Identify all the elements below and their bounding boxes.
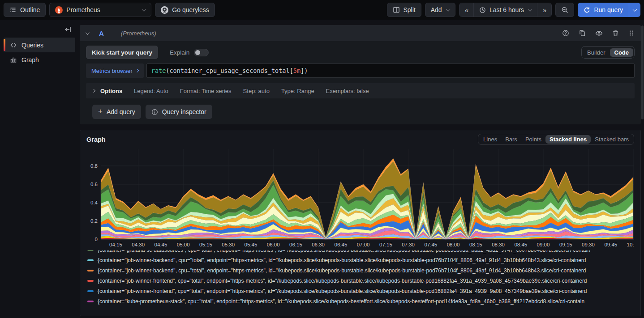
legend-row[interactable]: {container="grafana-sc-datasources", cpu…: [87, 250, 635, 255]
code-mode-button[interactable]: Code: [610, 48, 634, 57]
builder-mode-button[interactable]: Builder: [583, 48, 610, 57]
legend-label: {container="job-winner-frontend", cpu="t…: [98, 288, 587, 294]
legend-label: {container="job-winner-frontend", cpu="t…: [98, 278, 587, 284]
kick-start-label: Kick start your query: [92, 49, 152, 56]
code-brackets-icon: [10, 42, 17, 49]
option-legend: Legend: Auto: [134, 88, 168, 94]
sidebar-item-queries[interactable]: Queries: [4, 38, 75, 52]
svg-text:07:45: 07:45: [424, 242, 437, 247]
help-icon[interactable]: [562, 30, 569, 37]
mode-stacked-lines-button[interactable]: Stacked lines: [545, 135, 591, 144]
top-navbar: Outline Prometheus: [0, 0, 644, 20]
go-queryless-label: Go queryless: [172, 6, 209, 13]
go-queryless-button[interactable]: Go queryless: [155, 3, 215, 17]
mode-stacked-bars-button[interactable]: Stacked bars: [591, 135, 633, 144]
chevron-right-icon: [135, 69, 139, 72]
legend-label: {container="kube-prometheus-stack", cpu=…: [98, 298, 584, 305]
kick-start-query-button[interactable]: Kick start your query: [86, 46, 158, 59]
explore-sidebar: Queries Graph: [4, 25, 75, 67]
svg-text:06:00: 06:00: [267, 242, 280, 247]
copy-icon[interactable]: [579, 30, 586, 37]
svg-text:09:15: 09:15: [559, 242, 572, 247]
svg-text:05:45: 05:45: [245, 242, 258, 247]
double-chevron-right-icon: »: [543, 6, 546, 14]
graph-style-switcher: Lines Bars Points Stacked lines Stacked …: [478, 134, 634, 145]
explain-toggle[interactable]: [194, 49, 209, 56]
query-duration-token: 5m: [293, 67, 301, 74]
collapse-sidebar-button[interactable]: [4, 25, 75, 38]
query-bracket-token: [: [290, 67, 293, 74]
add-label: Add: [431, 6, 442, 13]
plus-icon: +: [98, 107, 103, 116]
graph-legend: {container="grafana-sc-datasources", cpu…: [86, 250, 635, 309]
stacked-area-chart[interactable]: 00.20.40.60.804:1504:3004:4505:0005:1505…: [86, 147, 634, 250]
zoom-out-button[interactable]: [555, 3, 574, 17]
scrollbar-thumb[interactable]: [641, 25, 644, 119]
legend-row[interactable]: {container="job-winner-frontend", cpu="t…: [87, 276, 635, 286]
time-back-button[interactable]: «: [459, 3, 473, 17]
sidebar-item-graph[interactable]: Graph: [4, 52, 75, 67]
collapse-left-icon: [64, 26, 72, 33]
option-exemplars: Exemplars: false: [326, 88, 369, 94]
run-query-button[interactable]: Run query: [578, 3, 640, 17]
chevron-down-icon: [528, 7, 532, 12]
legend-row[interactable]: {container="job-winner-backend", cpu="to…: [87, 265, 635, 276]
legend-swatch: [87, 301, 94, 302]
svg-text:08:00: 08:00: [447, 242, 460, 247]
svg-text:0.4: 0.4: [90, 200, 98, 205]
datasource-name: Prometheus: [66, 6, 100, 13]
legend-swatch: [87, 259, 94, 261]
sync-icon: [584, 7, 590, 13]
svg-text:05:30: 05:30: [222, 242, 235, 247]
collapse-query-chevron-icon[interactable]: [86, 30, 90, 35]
add-button[interactable]: Add: [425, 3, 455, 17]
eye-icon[interactable]: [595, 30, 603, 37]
svg-text:08:45: 08:45: [514, 242, 527, 247]
mode-lines-button[interactable]: Lines: [479, 135, 501, 144]
svg-text:06:15: 06:15: [289, 242, 302, 247]
metrics-browser-button[interactable]: Metrics browser: [86, 64, 144, 78]
zoom-out-icon: [561, 6, 568, 13]
legend-swatch: [87, 250, 94, 251]
trash-icon[interactable]: [612, 30, 619, 37]
query-ref-id[interactable]: A: [99, 30, 104, 37]
drag-handle-icon[interactable]: [628, 30, 635, 36]
mode-points-button[interactable]: Points: [521, 135, 545, 144]
query-options-bar: Options Legend: Auto Format: Time series…: [86, 83, 635, 98]
info-circle-icon: [151, 109, 158, 115]
time-range-label: Last 6 hours: [489, 6, 524, 13]
time-forward-button[interactable]: »: [537, 3, 551, 17]
options-expander[interactable]: Options: [92, 88, 122, 94]
svg-text:08:15: 08:15: [469, 242, 482, 247]
query-row-header: A (Prometheus): [80, 25, 641, 41]
chevron-down-icon: [142, 7, 146, 12]
legend-row[interactable]: {container="kube-prometheus-stack", cpu=…: [87, 296, 635, 306]
query-inspector-button[interactable]: Query inspector: [146, 105, 212, 119]
query-function-token: rate: [151, 67, 166, 74]
toggle-knob: [195, 50, 200, 55]
svg-text:04:15: 04:15: [109, 242, 122, 247]
outline-button[interactable]: Outline: [4, 3, 46, 17]
chevron-right-icon: [92, 89, 95, 93]
run-query-caret[interactable]: [629, 3, 640, 17]
svg-text:07:00: 07:00: [357, 242, 370, 247]
bar-chart-icon: [10, 56, 17, 64]
query-close-token: ]): [301, 67, 308, 74]
svg-text:05:15: 05:15: [199, 242, 212, 247]
legend-row[interactable]: {container="job-winner-backend", cpu="to…: [87, 255, 635, 265]
datasource-picker[interactable]: Prometheus: [49, 3, 151, 17]
legend-row[interactable]: {container="job-winner-frontend", cpu="t…: [87, 286, 635, 296]
promql-query-input[interactable]: rate(container_cpu_usage_seconds_total[5…: [146, 64, 635, 78]
split-button[interactable]: Split: [387, 3, 421, 17]
add-query-button[interactable]: + Add query: [92, 105, 141, 119]
queryless-logo-icon: [161, 6, 168, 14]
run-query-label: Run query: [594, 6, 623, 13]
svg-text:09:30: 09:30: [582, 242, 595, 247]
svg-text:09:00: 09:00: [537, 242, 550, 247]
time-range-button[interactable]: Last 6 hours: [473, 3, 537, 17]
mode-bars-button[interactable]: Bars: [501, 135, 521, 144]
svg-text:04:45: 04:45: [155, 242, 167, 247]
query-metric-token: container_cpu_usage_seconds_total: [169, 67, 289, 74]
query-inspector-label: Query inspector: [162, 108, 206, 115]
metrics-browser-label: Metrics browser: [91, 68, 133, 74]
